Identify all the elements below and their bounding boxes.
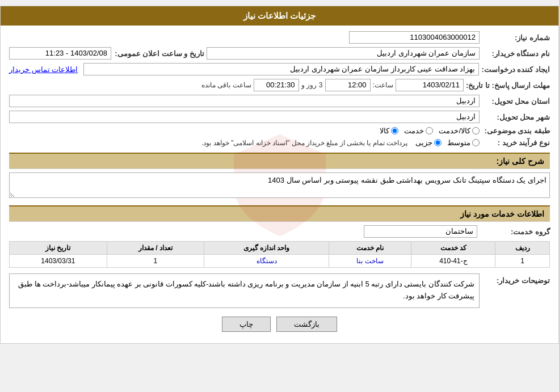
- category-row: طبقه بندی موضوعی: کالا/خدمت خدمت کالا: [9, 127, 550, 135]
- service-group-label: گروه خدمت:: [482, 227, 550, 236]
- col-row: ردیف: [495, 242, 550, 255]
- category-khedmat-option[interactable]: خدمت: [404, 127, 433, 135]
- purchase-jazzi-label: جزیی: [415, 138, 432, 147]
- province-row: استان محل تحویل: اردبیل: [9, 95, 550, 107]
- buyer-notes-label: توضیحات خریدار:: [482, 273, 550, 285]
- service-group-value: ساختمان: [364, 225, 477, 238]
- header-title: جزئیات اطلاعات نیاز: [243, 11, 316, 20]
- city-row: شهر محل تحویل: اردبیل: [9, 111, 550, 123]
- content-area: شماره نیاز: 1103004063000012 نام دستگاه …: [1, 26, 558, 343]
- city-label: شهر محل تحویل:: [482, 113, 550, 121]
- purchase-motevaset-radio[interactable]: [472, 139, 480, 146]
- buyer-notes-value: شرکت کنندگان بایستی دارای رتبه 5 ابنیه ا…: [9, 273, 480, 308]
- response-deadline-label: مهلت ارسال پاسخ: تا تاریخ:: [466, 81, 550, 90]
- remaining-time-value: 00:21:30: [254, 79, 299, 91]
- purchase-jazzi-option[interactable]: جزیی: [415, 138, 442, 147]
- category-radio-group: کالا/خدمت خدمت کالا: [380, 127, 480, 135]
- buyer-org-label: نام دستگاه خریدار:: [482, 49, 550, 58]
- request-number-label: شماره نیاز:: [482, 33, 550, 42]
- table-row: 1 ج-41-410 ساخت بنا دستگاه 1 1403/03/31: [10, 255, 550, 268]
- col-code: کد خدمت: [411, 242, 495, 255]
- general-desc-label: شرح کلی نیاز:: [497, 157, 544, 166]
- province-value: اردبیل: [9, 95, 480, 107]
- creator-row: ایجاد کننده درخواست: بهزاد صداقت عینی کا…: [9, 63, 550, 75]
- city-value: اردبیل: [9, 111, 480, 123]
- response-days-value: 3: [319, 81, 323, 89]
- response-date-value: 1403/02/11: [396, 79, 464, 91]
- remaining-time-label: ساعت باقی مانده: [201, 81, 251, 89]
- announce-date-value: 1403/02/08 - 11:23: [9, 47, 111, 60]
- general-desc-section-title: شرح کلی نیاز:: [9, 153, 550, 169]
- col-unit: واحد اندازه گیری: [204, 242, 329, 255]
- province-label: استان محل تحویل:: [482, 97, 550, 106]
- contact-info-link[interactable]: اطلاعات تماس خریدار: [9, 65, 78, 74]
- page-container: جزئیات اطلاعات نیاز شماره نیاز: 11030040…: [0, 6, 559, 344]
- cell-qty: 1: [107, 255, 204, 268]
- purchase-type-radio-group: متوسط جزیی: [415, 138, 480, 147]
- buyer-notes-text: شرکت کنندگان بایستی دارای رتبه 5 ابنیه ا…: [18, 280, 474, 300]
- request-number-row: شماره نیاز: 1103004063000012: [9, 31, 550, 44]
- category-kala-option[interactable]: کالا: [380, 127, 398, 135]
- print-button[interactable]: چاپ: [222, 317, 271, 332]
- response-days-label: روز و: [301, 81, 317, 89]
- purchase-type-row: نوع فرآیند خرید : متوسط جزیی پرداخت تمام…: [9, 138, 550, 147]
- general-desc-textarea[interactable]: اجرای یک دستگاه سپتینگ تانک سرویس بهداشت…: [9, 172, 550, 198]
- col-name: نام خدمت: [329, 242, 411, 255]
- buttons-row: بازگشت چاپ: [9, 317, 550, 332]
- response-time-value: 12:00: [325, 79, 371, 91]
- category-kala-khedmat-label: کالا/خدمت: [439, 127, 470, 135]
- category-kala-label: کالا: [380, 127, 389, 135]
- category-label: طبقه بندی موضوعی:: [482, 127, 550, 135]
- services-table: ردیف کد خدمت نام خدمت واحد اندازه گیری ت…: [9, 241, 550, 268]
- purchase-motevaset-label: متوسط: [447, 138, 470, 147]
- cell-code: ج-41-410: [411, 255, 495, 268]
- services-section-title: اطلاعات خدمات مورد نیاز: [9, 205, 550, 222]
- col-date: تاریخ نیاز: [10, 242, 107, 255]
- cell-row: 1: [495, 255, 550, 268]
- general-desc-container: اجرای یک دستگاه سپتینگ تانک سرویس بهداشت…: [9, 172, 550, 200]
- page-header: جزئیات اطلاعات نیاز: [1, 6, 558, 26]
- cell-unit: دستگاه: [204, 255, 329, 268]
- col-qty: تعداد / مقدار: [107, 242, 204, 255]
- buyer-org-value: سازمان عمران شهرداری اردبیل: [207, 47, 480, 60]
- category-kala-khedmat-option[interactable]: کالا/خدمت: [439, 127, 480, 135]
- category-kala-khedmat-radio[interactable]: [472, 127, 480, 134]
- cell-date: 1403/03/31: [10, 255, 107, 268]
- service-group-row: گروه خدمت: ساختمان: [9, 225, 550, 238]
- response-time-label: ساعت:: [373, 81, 393, 89]
- creator-value: بهزاد صداقت عینی کاربرداز سازمان عمران ش…: [83, 63, 479, 75]
- purchase-jazzi-radio[interactable]: [434, 139, 442, 146]
- announce-date-label: تاریخ و ساعت اعلان عمومی:: [114, 49, 204, 58]
- purchase-type-label: نوع فرآیند خرید :: [482, 138, 550, 147]
- cell-name: ساخت بنا: [329, 255, 411, 268]
- category-kala-radio[interactable]: [391, 127, 398, 134]
- response-deadline-row: مهلت ارسال پاسخ: تا تاریخ: 1403/02/11 سا…: [9, 79, 550, 91]
- creator-label: ایجاد کننده درخواست:: [481, 65, 550, 74]
- purchase-note: پرداخت تمام یا بخشی از مبلغ خریداز محل "…: [201, 139, 407, 147]
- purchase-motevaset-option[interactable]: متوسط: [447, 138, 480, 147]
- request-number-value: 1103004063000012: [349, 31, 480, 44]
- buyer-notes-row: توضیحات خریدار: شرکت کنندگان بایستی دارا…: [9, 273, 550, 308]
- category-khedmat-radio[interactable]: [426, 127, 433, 134]
- services-section-label: اطلاعات خدمات مورد نیاز: [460, 209, 544, 218]
- buyer-org-row: نام دستگاه خریدار: سازمان عمران شهرداری …: [9, 47, 550, 60]
- back-button[interactable]: بازگشت: [276, 317, 337, 332]
- category-khedmat-label: خدمت: [404, 127, 424, 135]
